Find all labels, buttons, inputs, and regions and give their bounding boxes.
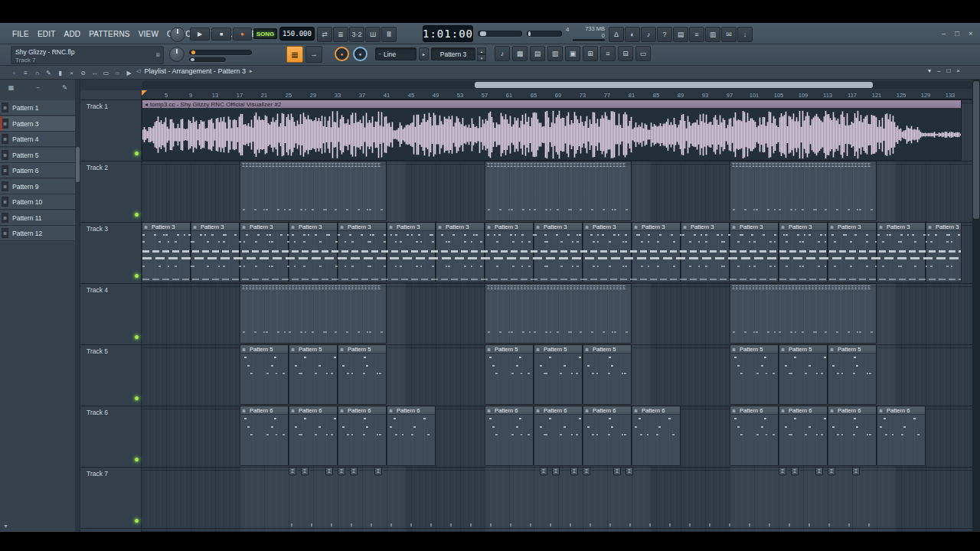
playlist-vscrollbar-thumb[interactable] [973,81,979,219]
precount-led-icon[interactable]: ◐ [625,27,640,42]
chat-icon[interactable]: ✉ [721,27,737,42]
mini-clip[interactable]: Ξ [570,467,578,475]
mini-clip[interactable]: Ξ [552,467,560,475]
pattern-clip[interactable]: ≣Pattern 6 [632,406,681,466]
pattern-clip[interactable]: ≣Pattern 6 [289,406,338,466]
pattern-clip[interactable]: ≣Pattern 5 [485,344,534,405]
mini-clip[interactable]: Ξ [815,467,823,475]
menu-patterns[interactable]: PATTERNS [89,30,129,38]
tempo-display[interactable]: 150.000 [279,27,315,41]
master-pitch-thumb[interactable] [191,58,194,61]
monitor-icon[interactable]: ▤ [673,27,688,42]
track-mute-led[interactable] [135,152,139,155]
pattern-clip[interactable]: ΞΞΞΞΞΞΞΞΞΞΞΞΞΞΞΞΞΞΞΞΞΞΞΞΞΞΞΞΞΞΞΞΞΞΞΞΞΞΞΞ… [240,283,387,344]
pattern-clip[interactable]: ≣Pattern 5 [828,344,877,405]
pattern-clip[interactable]: ΞΞΞΞΞΞΞΞΞΞΞΞΞΞΞΞΞΞΞΞΞΞΞΞΞΞΞΞΞΞΞΞΞΞΞΞΞΞΞΞ… [485,283,632,344]
loop-record-icon[interactable]: ≣ [333,27,348,42]
track-mute-led[interactable] [135,519,139,523]
mixer-icon[interactable]: ▥ [547,46,563,61]
delete-tool-icon[interactable]: × [67,68,77,78]
paint-tool-icon[interactable]: ▮ [55,68,65,78]
pattern-clip[interactable]: ≣Pattern 6 [877,406,926,466]
audio-clip[interactable]: ◂tomp3.cc - Shy Glizzy RNC Official Visu… [142,99,962,161]
playhead-marker[interactable] [142,90,147,96]
playlist-menu-icon[interactable]: ≡ [21,68,31,78]
picker-audio-icon[interactable]: ~ [33,83,43,93]
select-tool-icon[interactable]: ▭ [101,68,111,78]
main-volume-knob[interactable] [170,27,185,42]
mini-clip[interactable]: Ξ [583,467,590,475]
pattern-clip[interactable]: ≣Pattern 6 [779,406,828,466]
wait-input-icon[interactable]: Ⅲ [381,27,397,42]
metronome-icon[interactable]: Δ [609,27,624,42]
playlist-focus-button[interactable]: ▦ [286,46,303,63]
track-mute-led[interactable] [135,335,139,339]
pattern-list-item[interactable]: ≣Pattern 4 [0,132,75,147]
pattern-clip[interactable]: ≣Pattern 6 [240,406,289,466]
mini-clip[interactable]: Ξ [374,467,382,475]
pattern-clip[interactable]: ≣Pattern 5 [240,344,289,405]
track-mute-led[interactable] [135,396,139,400]
pattern-clip[interactable]: ≣Pattern 6 [338,406,387,466]
browser-icon[interactable]: ▣ [565,46,580,61]
maximize-icon[interactable]: □ [955,29,959,37]
pitch-slider[interactable] [527,31,562,37]
stop-button[interactable]: ■ [211,28,231,41]
close-windows-icon[interactable]: ▭ [635,46,651,61]
menu-add[interactable]: ADD [64,30,81,38]
hint-knob[interactable] [169,47,185,62]
playback-tool-icon[interactable]: ▶ [124,68,134,78]
pattern-down-button[interactable]: ▾ [477,54,486,61]
mini-clip[interactable]: Ξ [626,467,633,475]
step-edit-icon[interactable]: Ш [365,27,381,42]
pattern-clip[interactable]: ≣Pattern 5 [779,344,828,405]
pattern-clip[interactable]: ≣Pattern 6 [828,406,877,466]
minimize-icon[interactable]: – [937,67,940,74]
mini-clip[interactable]: Ξ [301,467,309,475]
keyboard-icon[interactable]: ≡ [689,27,704,42]
close-icon[interactable]: × [956,67,960,74]
pattern-clip[interactable]: ≣Pattern 5 [730,344,779,405]
playlist-hscrollbar-thumb[interactable] [475,82,873,88]
pattern-up-button[interactable]: ▴ [477,47,486,54]
crossfade-icon[interactable]: ⇄ [317,27,332,42]
pattern-list-item[interactable]: ≣Pattern 9 [0,179,75,194]
mini-clip[interactable]: Ξ [613,467,621,475]
pattern-clip[interactable]: ≣Pattern 6 [534,406,583,466]
help-icon[interactable]: ? [657,27,672,42]
master-pitch-slider[interactable] [189,57,226,62]
pattern-clip[interactable]: ≣Pattern 5 [338,344,387,405]
touch-controller-icon[interactable]: ≡ [600,46,616,61]
track-mute-led[interactable] [135,458,139,461]
pattern-clip[interactable]: ≣Pattern 5 [534,344,583,405]
pattern-clip[interactable]: ≣Pattern 5 [583,344,632,405]
detach-window-icon[interactable]: ▫ [9,68,19,78]
menu-edit[interactable]: EDIT [38,30,56,38]
master-volume-slider[interactable] [189,50,252,55]
mini-clip[interactable]: Ξ [828,467,835,475]
pattern-clip[interactable]: ≣Pattern 6 [583,406,632,466]
track-mute-led[interactable] [135,213,139,217]
pattern-list-item[interactable]: ≣Pattern 1 [0,100,75,116]
pattern-clip[interactable]: ΞΞΞΞΞΞΞΞΞΞΞΞΞΞΞΞΞΞΞΞΞΞΞΞΞΞΞΞΞΞΞΞΞΞΞΞΞΞΞΞ… [485,161,632,221]
picker-automation-icon[interactable]: ✎ [60,83,70,93]
mini-clip[interactable]: Ξ [540,467,547,475]
pattern-clip[interactable]: ≣Pattern 5 [289,344,338,405]
menu-view[interactable]: VIEW [139,30,158,38]
mini-clip[interactable]: Ξ [325,467,333,475]
master-volume-thumb[interactable] [191,51,195,54]
pattern-list-item[interactable]: ≣Pattern 11 [0,210,75,226]
mini-clip[interactable]: Ξ [338,467,345,475]
picker-scroll-down-icon[interactable]: ▼ [3,523,8,529]
track-mute-led[interactable] [135,274,139,278]
picker-scrollbar-thumb[interactable] [76,147,80,182]
shuttle-slider-thumb[interactable] [480,31,486,36]
mute-tool-icon[interactable]: ⊘ [78,68,88,78]
pattern-nav-button[interactable]: ▸ [419,47,429,60]
typing-piano-icon[interactable]: ♪ [641,27,656,42]
precount-icon[interactable]: 3·2 [349,27,364,42]
detach-button[interactable]: → [305,46,322,63]
input-monitor-button[interactable]: ● [353,47,368,61]
mini-clip[interactable]: Ξ [791,467,799,475]
download-icon[interactable]: ↓ [737,27,753,42]
